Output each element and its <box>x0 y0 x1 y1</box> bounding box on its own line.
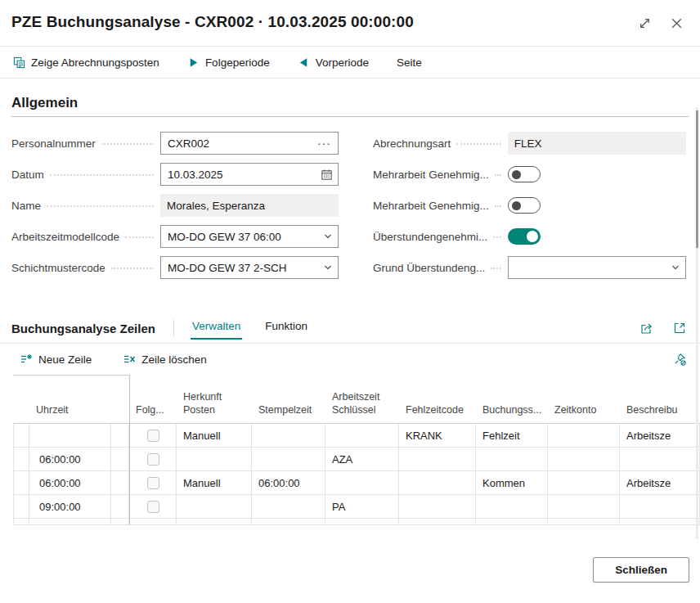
zeige-abrechnungsposten-button[interactable]: Zeige Abrechnungsposten <box>13 56 159 69</box>
cell-beschreibung[interactable] <box>620 448 700 471</box>
grund-ueberstunden-select[interactable] <box>508 256 686 279</box>
folgetag-checkbox[interactable] <box>147 524 159 526</box>
next-period-icon <box>187 56 200 69</box>
cell-fehlzeitcode[interactable]: KRANK <box>399 424 476 448</box>
row-selector-cell[interactable] <box>13 519 29 525</box>
cell-uhrzeit[interactable]: 06:00:00 <box>29 471 111 495</box>
table-row[interactable]: 06:00:00 Manuell 06:00:00 Kommen Arbeits… <box>13 471 700 495</box>
cell-buchungsstatus[interactable]: Kommen <box>476 471 548 495</box>
expand-grid-icon[interactable] <box>672 321 687 335</box>
expand-dialog-icon[interactable] <box>638 16 652 30</box>
cell-stempelzeit[interactable] <box>252 424 325 448</box>
chevron-down-icon[interactable] <box>323 232 333 241</box>
arbeitszeitmodellcode-select[interactable]: MO-DO GEW 37 06:00 <box>160 225 339 248</box>
title-bar: PZE Buchungsanalyse - CXR002 · 10.03.202… <box>0 0 700 31</box>
cell-arbeitszeit-schluessel[interactable]: PE <box>325 519 399 525</box>
cell-stempelzeit[interactable] <box>252 448 325 471</box>
cell-fehlzeitcode[interactable] <box>399 471 476 495</box>
col-header-arbeitszeit-schluessel[interactable]: ArbeitszeitSchlüssel <box>325 375 399 424</box>
table-row[interactable]: 09:00:00 PA <box>13 495 700 519</box>
zeile-loeschen-button[interactable]: Zeile löschen <box>123 353 207 366</box>
vorperiode-button[interactable]: Vorperiode <box>298 56 369 69</box>
col-header-herkunft-posten[interactable]: HerkunftPosten <box>177 375 252 424</box>
neue-zeile-button[interactable]: Neue Zeile <box>20 353 92 366</box>
folgetag-checkbox[interactable] <box>147 477 159 489</box>
field-label: Grund Überstundeng... <box>373 262 485 274</box>
col-header-beschreibung[interactable]: Beschreibu <box>620 375 700 424</box>
field-label: Schichtmustercode <box>11 262 105 274</box>
row-selector-cell[interactable] <box>13 424 29 448</box>
col-header-stempelzeit[interactable]: Stempelzeit <box>252 375 325 424</box>
cell-arbeitszeit-schluessel[interactable]: PA <box>325 495 399 519</box>
cell-beschreibung[interactable]: Arbeitsze <box>620 424 700 448</box>
field-schichtmustercode: Schichtmustercode MO-DO GEW 37 2-SCH <box>11 256 339 279</box>
ueberstundengenehmigung-toggle[interactable] <box>508 228 541 245</box>
cell-uhrzeit[interactable]: 09:15:00 <box>29 519 111 525</box>
chevron-down-icon[interactable] <box>671 263 680 272</box>
field-name: Name Morales, Esperanza <box>11 194 339 217</box>
cell-stempelzeit[interactable]: 06:00:00 <box>252 471 325 495</box>
cell-arbeitszeit-schluessel[interactable] <box>325 424 399 448</box>
datum-input[interactable]: 10.03.2025 <box>160 163 339 186</box>
schichtmustercode-select[interactable]: MO-DO GEW 37 2-SCH <box>160 256 339 279</box>
col-header-zeitkonto[interactable]: Zeitkonto <box>548 375 620 424</box>
col-header-buchungsstatus[interactable]: Buchungss... <box>476 375 548 424</box>
cell-arbeitszeit-schluessel[interactable]: AZA <box>325 448 399 471</box>
col-header-fehlzeitcode[interactable]: Fehlzeitcode <box>399 375 476 424</box>
share-icon[interactable] <box>639 321 654 335</box>
chevron-down-icon[interactable] <box>323 263 333 272</box>
vertical-scrollbar[interactable] <box>696 107 698 539</box>
col-header-selector <box>13 375 29 424</box>
schliessen-button[interactable]: Schließen <box>593 557 689 583</box>
cell-buchungsstatus[interactable] <box>476 519 548 525</box>
col-header-folgetag[interactable]: Folg... <box>129 375 177 424</box>
tab-funktion[interactable]: Funktion <box>263 317 309 340</box>
folgetag-checkbox[interactable] <box>147 453 159 466</box>
table-row[interactable]: 09:15:00 PE <box>13 519 700 525</box>
folgetag-checkbox[interactable] <box>147 430 159 442</box>
cell-zeitkonto[interactable] <box>548 448 620 471</box>
unpin-pane-icon[interactable] <box>672 352 687 367</box>
cell-buchungsstatus[interactable] <box>476 495 548 519</box>
lookup-assist-button[interactable]: ··· <box>316 139 333 147</box>
cell-zeitkonto[interactable] <box>548 471 620 495</box>
folgetag-checkbox[interactable] <box>147 501 159 513</box>
cell-herkunft[interactable] <box>177 519 252 525</box>
close-icon[interactable] <box>670 16 684 30</box>
cell-herkunft[interactable]: Manuell <box>177 471 252 495</box>
cell-uhrzeit[interactable] <box>29 424 111 448</box>
cell-stempelzeit[interactable] <box>252 519 325 525</box>
row-selector-cell[interactable] <box>13 448 29 471</box>
cell-fehlzeitcode[interactable] <box>399 448 476 471</box>
cell-zeitkonto[interactable] <box>548 519 620 525</box>
personalnummer-input[interactable]: CXR002 ··· <box>160 132 339 155</box>
cell-herkunft[interactable] <box>177 448 252 471</box>
cell-buchungsstatus[interactable]: Fehlzeit <box>476 424 548 448</box>
cell-uhrzeit[interactable]: 06:00:00 <box>29 448 111 471</box>
mehrarbeit-genehmigt-toggle-1[interactable] <box>508 166 541 182</box>
seite-menu-button[interactable]: Seite <box>397 56 422 69</box>
cell-beschreibung[interactable] <box>620 495 700 519</box>
tab-verwalten[interactable]: Verwalten <box>191 317 242 340</box>
table-row[interactable]: Manuell KRANK Fehlzeit Arbeitsze <box>13 424 700 448</box>
col-header-uhrzeit[interactable]: Uhrzeit <box>29 375 111 424</box>
cell-beschreibung[interactable] <box>620 519 700 525</box>
cell-fehlzeitcode[interactable] <box>399 519 476 525</box>
row-selector-cell[interactable] <box>13 495 29 519</box>
cell-herkunft[interactable]: Manuell <box>177 424 252 448</box>
scrollbar-thumb[interactable] <box>696 110 698 248</box>
cell-herkunft[interactable] <box>177 495 252 519</box>
row-selector-cell[interactable] <box>13 471 29 495</box>
cell-fehlzeitcode[interactable] <box>399 495 476 519</box>
cell-beschreibung[interactable]: Arbeitsze <box>620 471 700 495</box>
calendar-icon[interactable] <box>321 169 333 181</box>
mehrarbeit-genehmigt-toggle-2[interactable] <box>508 197 541 214</box>
table-row[interactable]: 06:00:00 AZA <box>13 448 700 471</box>
cell-zeitkonto[interactable] <box>548 495 620 519</box>
cell-arbeitszeit-schluessel[interactable] <box>325 471 399 495</box>
cell-uhrzeit[interactable]: 09:00:00 <box>29 495 111 519</box>
folgeperiode-button[interactable]: Folgeperiode <box>187 56 270 69</box>
cell-stempelzeit[interactable] <box>252 495 325 519</box>
cell-buchungsstatus[interactable] <box>476 448 548 471</box>
cell-zeitkonto[interactable] <box>548 424 620 448</box>
